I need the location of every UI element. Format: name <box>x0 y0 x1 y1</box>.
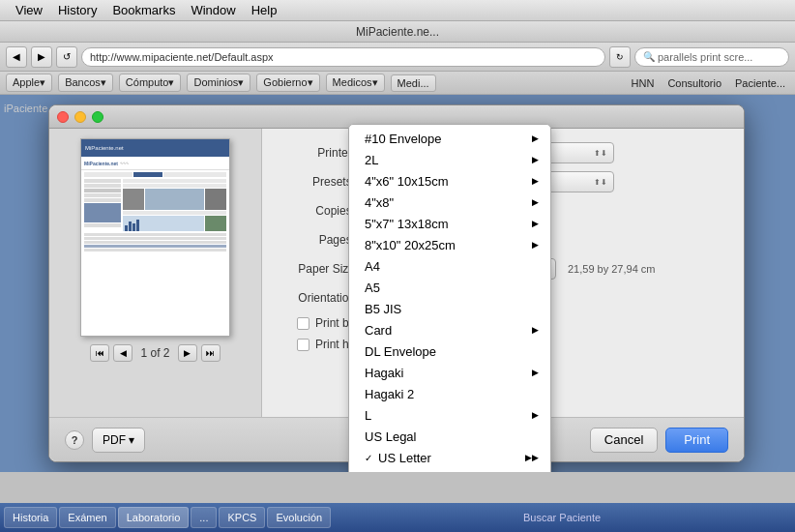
menu-item-card[interactable]: Card <box>349 319 550 340</box>
menu-item-l[interactable]: L <box>349 404 550 426</box>
menu-item-a5[interactable]: A5 <box>349 277 550 298</box>
menu-item-b5jis[interactable]: B5 JIS <box>349 298 550 319</box>
bookmark-gobierno[interactable]: Gobierno▾ <box>256 74 319 92</box>
bookmark-dominios[interactable]: Dominios▾ <box>187 74 250 92</box>
taskbar-examen[interactable]: Exámen <box>59 507 115 528</box>
taskbar-ellipsis[interactable]: ... <box>191 507 217 528</box>
paper-size-detail: 21,59 by 27,94 cm <box>568 263 656 275</box>
cancel-button[interactable]: Cancel <box>590 428 658 453</box>
titlebar: MiPaciente.ne... <box>0 21 795 43</box>
address-text: http://www.mipaciente.net/Default.aspx <box>90 51 274 63</box>
dialog-minimize-button[interactable] <box>74 111 86 123</box>
menu-item-8x10[interactable]: 8"x10" 20x25cm <box>349 234 550 255</box>
menu-item-5x7[interactable]: 5"x7" 13x18cm <box>349 213 550 234</box>
bookmark-hnn[interactable]: HNN <box>628 75 659 91</box>
taskbar-historia[interactable]: Historia <box>4 507 57 528</box>
preview-first-button[interactable]: ⏮ <box>90 344 109 362</box>
print-headers-checkbox[interactable] <box>297 339 309 351</box>
preview-panel: MiPaciente.net MiPaciente.net ∿∿∿ <box>49 129 262 417</box>
refresh-icon[interactable]: ↻ <box>609 46 631 68</box>
menu-view[interactable]: View <box>8 1 50 19</box>
preview-prev-button[interactable]: ◀ <box>113 344 132 362</box>
menu-history[interactable]: History <box>50 1 104 19</box>
page-indicator: 1 of 2 <box>136 346 173 360</box>
taskbar-kpcs[interactable]: KPCS <box>219 507 265 528</box>
bookmark-computo[interactable]: Cómputo▾ <box>119 74 182 92</box>
printer-label: Printer: <box>278 146 355 160</box>
menu-item-2l[interactable]: 2L <box>349 149 550 170</box>
bookmark-medicos[interactable]: Medicos▾ <box>326 74 385 92</box>
menu-item-us-letter[interactable]: ✓US Letter ▶ <box>349 447 550 468</box>
menu-item-10-envelope[interactable]: #10 Envelope <box>349 128 550 149</box>
print-backgrounds-checkbox[interactable] <box>297 317 309 330</box>
menu-item-wide[interactable]: Wide <box>349 468 550 472</box>
presets-arrow-icon: ⬆⬇ <box>594 178 607 187</box>
preview-last-button[interactable]: ⏭ <box>201 344 221 362</box>
menu-item-hagaki2[interactable]: Hagaki 2 <box>349 383 550 404</box>
menu-item-us-legal[interactable]: US Legal <box>349 426 550 447</box>
menu-help[interactable]: Help <box>244 1 285 19</box>
printer-arrow-icon: ⬆⬇ <box>594 149 607 158</box>
pages-label: Pages: <box>278 233 355 247</box>
help-button[interactable]: ? <box>65 430 84 450</box>
print-button[interactable]: Print <box>665 428 728 453</box>
menubar: View History Bookmarks Window Help <box>0 0 795 21</box>
back-button[interactable]: ◀ <box>6 46 27 68</box>
bookmark-consultorio[interactable]: Consultorio <box>663 75 725 91</box>
menu-item-4x6[interactable]: 4"x6" 10x15cm <box>349 170 550 192</box>
action-buttons: Cancel Print <box>590 428 728 453</box>
presets-label: Presets: <box>278 175 355 189</box>
forward-button[interactable]: ▶ <box>31 46 52 68</box>
dialog-close-button[interactable] <box>57 111 69 123</box>
bookmark-bancos[interactable]: Bancos▾ <box>58 74 113 92</box>
paper-size-label: Paper Size <box>278 262 355 276</box>
menu-item-a4[interactable]: A4 <box>349 255 550 277</box>
taskbar-laboratorio[interactable]: Laboratorio <box>118 507 190 528</box>
orientation-label: Orientation <box>278 291 355 305</box>
bookmark-apple[interactable]: Apple▾ <box>6 74 52 92</box>
bookmark-medi[interactable]: Medi... <box>391 74 436 92</box>
preview-controls: ⏮ ◀ 1 of 2 ▶ ⏭ <box>90 344 220 362</box>
taskbar: Historia Exámen Laboratorio ... KPCS Evo… <box>0 503 795 532</box>
menu-bookmarks[interactable]: Bookmarks <box>104 1 183 19</box>
preview-page: MiPaciente.net MiPaciente.net ∿∿∿ <box>80 138 230 337</box>
dialog-zoom-button[interactable] <box>92 111 103 123</box>
reload-button[interactable]: ↺ <box>56 46 77 68</box>
taskbar-center-label: Buscar Paciente <box>523 512 601 523</box>
search-bar[interactable]: 🔍 parallels print scre... <box>634 47 789 67</box>
search-text: parallels print scre... <box>658 51 752 63</box>
preview-next-button[interactable]: ▶ <box>178 344 197 362</box>
menu-item-hagaki[interactable]: Hagaki <box>349 362 550 383</box>
menu-window[interactable]: Window <box>183 1 243 19</box>
window-title: MiPaciente.ne... <box>356 25 439 39</box>
address-bar[interactable]: http://www.mipaciente.net/Default.aspx <box>81 47 605 67</box>
content-area: iPaciente.net MiPaciente.net MiPaciente.… <box>0 95 795 472</box>
menu-item-4x8[interactable]: 4"x8" <box>349 192 550 213</box>
pdf-button[interactable]: PDF ▾ <box>92 428 145 453</box>
bookmark-paciente[interactable]: Paciente... <box>731 75 789 91</box>
copies-label: Copies: <box>278 204 355 218</box>
menu-item-dl-envelope[interactable]: DL Envelope <box>349 340 550 362</box>
paper-size-dropdown: #10 Envelope 2L 4"x6" 10x15cm 4"x8" 5"x7… <box>348 124 551 472</box>
bookmarks-bar: Apple▾ Bancos▾ Cómputo▾ Dominios▾ Gobier… <box>0 72 795 95</box>
browser-toolbar: ◀ ▶ ↺ http://www.mipaciente.net/Default.… <box>0 43 795 72</box>
taskbar-evolucion[interactable]: Evolución <box>267 507 331 528</box>
